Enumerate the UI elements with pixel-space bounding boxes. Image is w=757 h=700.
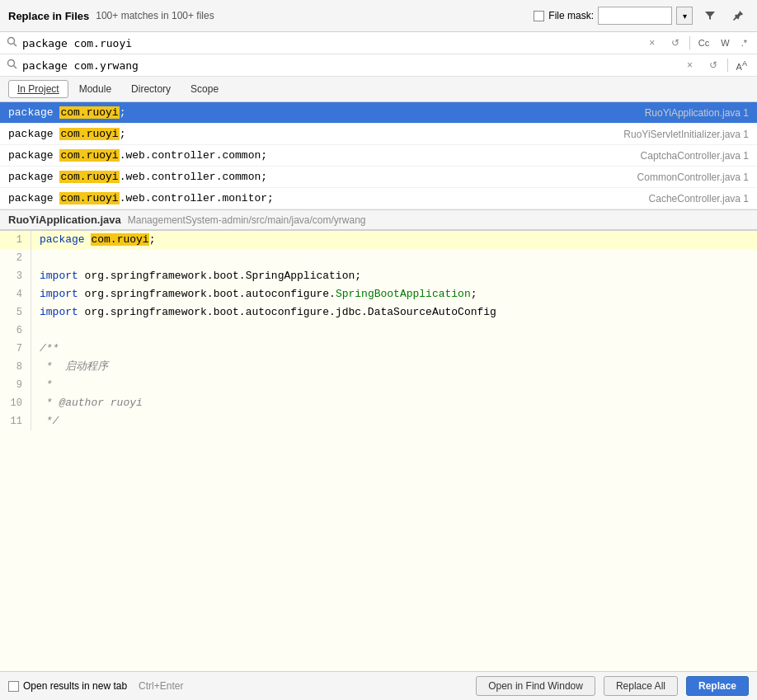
line-number: 6 [0, 322, 31, 340]
code-line: 3 import org.springframework.boot.Spring… [0, 267, 757, 285]
code-lines: 1 package com.ruoyi; 2 3 import org.spri… [0, 231, 757, 430]
tab-module[interactable]: Module [70, 80, 120, 98]
code-line: 8 * 启动程序 [0, 358, 757, 376]
replace-icon [7, 59, 17, 72]
result-code: package com.ruoyi.web.controller.common; [8, 149, 641, 162]
code-line: 2 [0, 249, 757, 267]
result-file: CacheController.java 1 [649, 193, 749, 204]
whole-word-btn[interactable]: W [717, 37, 732, 49]
code-line: 11 */ [0, 412, 757, 430]
replace-revert-btn[interactable]: ↺ [704, 57, 722, 73]
result-code: package com.ruoyi; [8, 106, 645, 119]
pin-icon[interactable] [727, 5, 749, 26]
svg-line-3 [14, 66, 17, 69]
svg-point-0 [8, 38, 15, 45]
result-file: CaptchaController.java 1 [641, 150, 749, 162]
line-number: 10 [0, 394, 31, 412]
result-row[interactable]: package com.ruoyi.web.controller.common;… [0, 167, 757, 188]
line-number: 8 [0, 358, 31, 376]
line-content [31, 249, 757, 267]
find-icon [7, 36, 17, 49]
line-content: * 启动程序 [31, 358, 757, 376]
code-line: 1 package com.ruoyi; [0, 231, 757, 249]
code-line: 10 * @author ruoyi [0, 394, 757, 412]
result-file: RuoYiApplication.java 1 [645, 107, 749, 119]
line-number: 5 [0, 303, 31, 322]
file-mask-input[interactable] [598, 7, 672, 25]
line-number: 1 [0, 231, 31, 249]
preview-path: ManagementSystem-admin/src/main/java/com… [128, 214, 366, 226]
code-line: 9 * [0, 376, 757, 394]
bottom-bar: Open results in new tab Ctrl+Enter Open … [0, 671, 757, 700]
open-find-window-btn[interactable]: Open in Find Window [476, 676, 595, 696]
tab-directory[interactable]: Directory [122, 80, 180, 98]
line-content: */ [31, 412, 757, 430]
line-content: * @author ruoyi [31, 394, 757, 412]
scope-tabs: In Project Module Directory Scope [0, 77, 757, 102]
line-number: 7 [0, 340, 31, 358]
result-code: package com.ruoyi; [8, 128, 623, 140]
line-number: 3 [0, 267, 31, 285]
search-row-replace: × ↺ AA [0, 54, 757, 77]
result-row[interactable]: package com.ruoyi; RuoYiServletInitializ… [0, 124, 757, 145]
result-row[interactable]: package com.ruoyi.web.controller.common;… [0, 145, 757, 167]
preview-header: RuoYiApplication.java ManagementSystem-a… [0, 210, 757, 230]
results-list: package com.ruoyi; RuoYiApplication.java… [0, 102, 757, 210]
open-new-tab-wrap: Open results in new tab [8, 680, 127, 692]
shortcut-label: Ctrl+Enter [139, 680, 183, 692]
line-content: import org.springframework.boot.autoconf… [31, 285, 757, 303]
filter-icon[interactable] [699, 5, 721, 26]
svg-line-1 [14, 44, 17, 47]
line-number: 11 [0, 412, 31, 430]
line-number: 4 [0, 285, 31, 303]
code-line: 5 import org.springframework.boot.autoco… [0, 303, 757, 322]
line-content: import org.springframework.boot.SpringAp… [31, 267, 757, 285]
result-code: package com.ruoyi.web.controller.common; [8, 171, 637, 183]
line-content: package com.ruoyi; [31, 231, 757, 249]
find-clear-btn[interactable]: × [643, 35, 661, 51]
header-title: Replace in Files [8, 10, 89, 22]
result-row[interactable]: package com.ruoyi; RuoYiApplication.java… [0, 102, 757, 124]
replace-input[interactable] [22, 59, 676, 72]
line-content: /** [31, 340, 757, 358]
file-mask-section: File mask: ▾ [534, 7, 693, 25]
result-row[interactable]: package com.ruoyi.web.controller.monitor… [0, 188, 757, 209]
line-number: 9 [0, 376, 31, 394]
line-content [31, 322, 757, 340]
code-line: 7 /** [0, 340, 757, 358]
search-row-find: × ↺ Cc W .* [0, 32, 757, 54]
case-sensitive-btn[interactable]: Cc [695, 37, 712, 49]
code-line: 4 import org.springframework.boot.autoco… [0, 285, 757, 303]
tab-scope[interactable]: Scope [181, 80, 228, 98]
line-content: * [31, 376, 757, 394]
find-input[interactable] [22, 37, 638, 49]
result-code: package com.ruoyi.web.controller.monitor… [8, 192, 649, 204]
find-revert-btn[interactable]: ↺ [666, 35, 684, 51]
result-file: RuoYiServletInitializer.java 1 [623, 129, 749, 140]
replace-all-btn[interactable]: Replace All [604, 676, 678, 696]
replace-btn[interactable]: Replace [686, 676, 749, 696]
file-mask-label: File mask: [548, 10, 594, 21]
replace-aa-btn[interactable]: AA [733, 59, 750, 73]
tab-in-project[interactable]: In Project [8, 80, 68, 98]
file-mask-dropdown[interactable]: ▾ [676, 7, 693, 25]
file-mask-checkbox[interactable] [534, 11, 544, 21]
match-count: 100+ matches in 100+ files [96, 10, 214, 21]
svg-point-2 [8, 60, 15, 67]
header-bar: Replace in Files 100+ matches in 100+ fi… [0, 0, 757, 32]
regex-btn[interactable]: .* [738, 37, 750, 49]
open-new-tab-checkbox[interactable] [8, 681, 19, 692]
preview-filename: RuoYiApplication.java [8, 214, 121, 226]
line-content: import org.springframework.boot.autoconf… [31, 303, 757, 322]
line-number: 2 [0, 249, 31, 267]
replace-clear-btn[interactable]: × [681, 57, 699, 73]
code-line: 6 [0, 322, 757, 340]
open-new-tab-label: Open results in new tab [23, 680, 127, 692]
result-file: CommonController.java 1 [637, 171, 749, 183]
code-preview: 1 package com.ruoyi; 2 3 import org.spri… [0, 230, 757, 700]
